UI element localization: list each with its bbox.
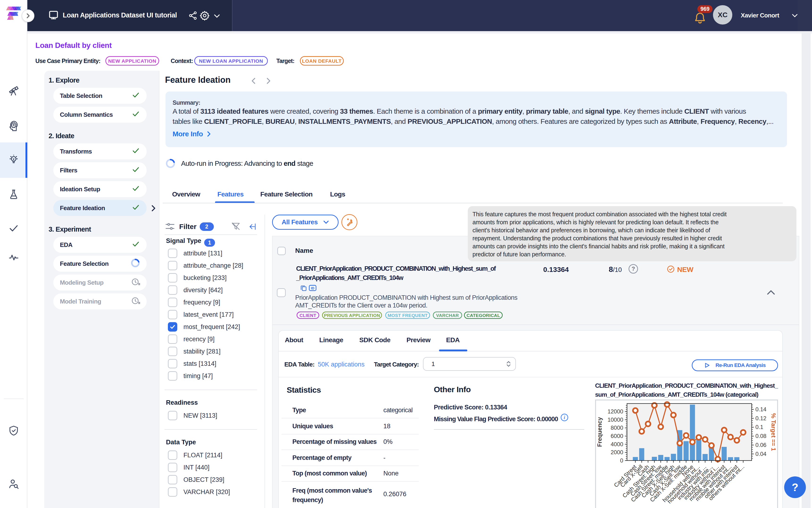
svg-text:0.04: 0.04 — [755, 451, 766, 457]
svg-text:4000: 4000 — [611, 441, 623, 448]
svg-text:ID: ID — [311, 286, 314, 290]
svg-text:0.08: 0.08 — [755, 433, 766, 439]
svg-text:6000: 6000 — [611, 433, 623, 439]
svg-text:12000: 12000 — [607, 408, 623, 415]
svg-text:0.1: 0.1 — [755, 424, 763, 430]
svg-text:% Target == 1: % Target == 1 — [770, 413, 777, 451]
svg-text:0.06: 0.06 — [755, 442, 766, 448]
svg-text:0: 0 — [620, 457, 623, 464]
svg-text:0.14: 0.14 — [755, 406, 766, 413]
svg-text:Frequency: Frequency — [596, 417, 603, 447]
svg-text:8000: 8000 — [611, 425, 623, 431]
svg-text:2000: 2000 — [611, 449, 623, 455]
svg-text:0.12: 0.12 — [755, 415, 766, 421]
svg-text:10000: 10000 — [607, 417, 623, 423]
